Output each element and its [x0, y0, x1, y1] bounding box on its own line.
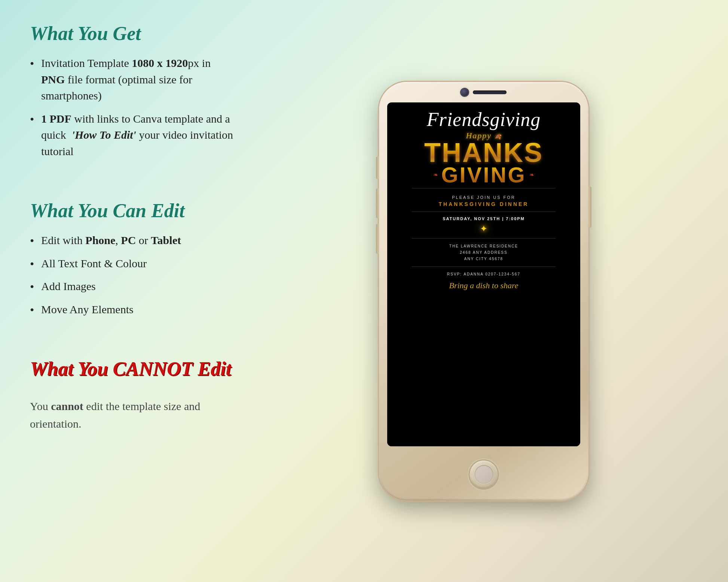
section1-title: What You Get	[30, 22, 236, 44]
phone-home-button[interactable]	[470, 461, 498, 489]
dinner-title-text: THANKSGIVING DINNER	[439, 201, 529, 207]
bullet-item-2: 1 PDF with links to Canva template and a…	[30, 111, 236, 160]
phone-home-button-inner	[474, 465, 493, 484]
bullet-item-1: Invitation Template 1080 x 1920px in PNG…	[30, 55, 236, 104]
divider-4	[412, 267, 556, 267]
left-panel: What You Get Invitation Template 1080 x …	[0, 0, 254, 582]
venue-line3: ANY CITY 45678	[464, 257, 503, 261]
phone-side-btn-power	[589, 187, 591, 228]
bold-dimensions: 1080 x 1920	[132, 57, 188, 69]
phone-side-btn-mute	[376, 157, 379, 179]
what-you-can-edit-list: Edit with Phone, PC or Tablet All Text F…	[30, 232, 236, 324]
star-decoration: ✦	[480, 224, 487, 234]
event-date-text: SATURDAY, NOV 25TH | 7:00PM	[443, 216, 525, 221]
phone-screen-bezel: Friendsgiving Happy 🍂 THANKS ❧ GIVING ❧ …	[387, 102, 580, 446]
right-panel: Friendsgiving Happy 🍂 THANKS ❧ GIVING ❧ …	[254, 0, 728, 582]
how-to-edit: 'How To Edit'	[72, 129, 136, 141]
venue-line2: 2468 ANY ADDRESS	[460, 250, 507, 255]
rsvp-text: RSVP: ADANNA 0207-1234-567	[447, 272, 520, 276]
divider-1	[412, 188, 556, 188]
what-you-get-list: Invitation Template 1080 x 1920px in PNG…	[30, 55, 236, 166]
cannot-body: You cannot edit the template size and or…	[30, 398, 236, 432]
thanks-text: THANKS	[424, 141, 543, 165]
section3-title: What You CANNOT Edit	[30, 358, 236, 380]
edit-bullet-3: Add Images	[30, 278, 236, 295]
section2-title: What You Can Edit	[30, 200, 236, 222]
edit-bullet-1: Edit with Phone, PC or Tablet	[30, 232, 236, 249]
bold-pc: PC	[121, 234, 136, 246]
friendsgiving-title: Friendsgiving	[427, 110, 541, 129]
bold-pdf: 1 PDF	[41, 113, 71, 125]
bold-png: PNG	[41, 73, 65, 86]
venue-line1: THE LAWRENCE RESIDENCE	[449, 244, 518, 248]
bold-cannot: cannot	[51, 400, 83, 412]
divider-3	[412, 238, 556, 238]
leaf-right: ❧	[529, 171, 534, 178]
bring-dish-text: Bring a dish to share	[449, 281, 519, 290]
edit-bullet-4: Move Any Elements	[30, 301, 236, 318]
phone-mockup: Friendsgiving Happy 🍂 THANKS ❧ GIVING ❧ …	[379, 82, 588, 501]
phone-camera	[461, 89, 468, 96]
phone-speaker	[473, 90, 507, 94]
giving-text: GIVING	[441, 164, 526, 185]
venue-text: THE LAWRENCE RESIDENCE 2468 ANY ADDRESS …	[449, 243, 518, 262]
thanksgiving-container: Happy 🍂 THANKS ❧ GIVING ❧	[424, 131, 543, 185]
please-join-text: PLEASE JOIN US FOR	[452, 195, 516, 200]
phone-screen: Friendsgiving Happy 🍂 THANKS ❧ GIVING ❧ …	[387, 102, 580, 446]
phone-top-bar	[461, 89, 507, 96]
divider-2	[412, 212, 556, 212]
leaf-left: ❧	[433, 171, 438, 178]
phone-side-btn-vol-down	[376, 224, 379, 254]
phone-side-btn-vol-up	[376, 188, 379, 218]
bold-phone: Phone	[85, 234, 115, 246]
edit-bullet-2: All Text Font & Colour	[30, 255, 236, 272]
bold-tablet: Tablet	[151, 234, 181, 246]
